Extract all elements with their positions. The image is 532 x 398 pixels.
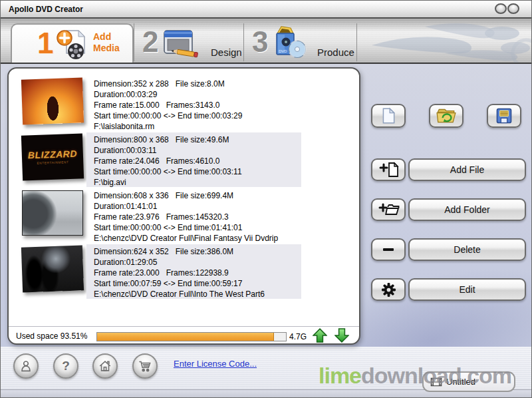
step-number: 3 (252, 26, 267, 58)
flame-decoration-icon (345, 19, 531, 63)
svg-text:DVD: DVD (279, 49, 287, 53)
add-folder-button[interactable]: Add Folder (408, 198, 526, 221)
media-info-line: Frame rate:24.046 Frames:4610.0 (94, 156, 301, 166)
media-file-path: E:\chenzc\DVD Creator Full\Into The West… (94, 289, 301, 299)
help-button[interactable]: ? (53, 353, 78, 379)
thumbnail-logo-subtext: ENTERTAINMENT (37, 160, 68, 164)
media-info-line: Frame rate:23.976 Frames:145320.3 (94, 212, 301, 222)
media-item[interactable]: BLIZZARD ENTERTAINMENT Dimension:800 x 3… (9, 132, 359, 187)
media-info-line: Dimension:624 x 352 File size:386.0M (94, 246, 301, 257)
media-info-line: Start time:00:00:00 <-> End time:00:03:2… (94, 110, 301, 121)
project-name: Untitled (446, 377, 475, 387)
media-item[interactable]: Dimension:352 x 288 File size:8.0M Durat… (9, 77, 359, 131)
add-folder-icon-button[interactable] (371, 198, 406, 221)
thumbnail-logo-text: BLIZZARD (28, 148, 78, 160)
media-info-line: Duration:01:29:05 (94, 257, 301, 268)
step-tab-bar: 1 Add Media 2 (1, 19, 531, 64)
close-button[interactable] (507, 3, 519, 14)
video-thumbnail (21, 77, 84, 124)
enter-license-link[interactable]: Enter License Code... (174, 359, 257, 369)
step-number: 2 (142, 26, 157, 58)
design-icon (162, 29, 202, 59)
plus-folder-icon (376, 201, 401, 218)
used-space-label: Used space 93.51% (16, 331, 87, 341)
add-media-icon (56, 28, 89, 61)
green-down-arrow-icon (334, 328, 349, 343)
minus-icon (383, 248, 394, 251)
media-info-line: Duration:00:03:11 (94, 145, 301, 156)
blank-page-icon (380, 106, 397, 125)
media-item[interactable]: Dimension:624 x 352 File size:386.0M Dur… (9, 244, 359, 299)
cart-icon (138, 359, 152, 373)
gear-icon (381, 282, 396, 298)
media-list-panel: Dimension:352 x 288 File size:8.0M Durat… (7, 67, 360, 345)
green-up-arrow-icon (313, 328, 327, 343)
media-file-path: E:\chenzc\DVD Creator Full\Final Fantasy… (94, 233, 301, 244)
media-file-path: F:\laislabonita.rm (94, 121, 301, 132)
minimize-button[interactable] (495, 3, 507, 14)
video-thumbnail (21, 245, 84, 292)
media-info-line: Start time:00:00:00 <-> End time:00:03:1… (94, 166, 301, 177)
video-thumbnail (22, 190, 83, 236)
media-info-line: Dimension:800 x 368 File size:49.6M (94, 134, 301, 145)
question-icon: ? (62, 359, 70, 373)
user-button[interactable] (13, 353, 39, 379)
person-icon (19, 359, 33, 373)
media-item[interactable]: Dimension:608 x 336 File size:699.4M Dur… (9, 188, 359, 243)
step-number: 1 (37, 27, 52, 59)
media-file-path: F:\big.avi (94, 177, 301, 188)
film-icon (430, 377, 442, 387)
media-info-line: Start time:00:00:00 <-> End time:01:41:0… (94, 222, 301, 233)
home-icon (98, 359, 112, 373)
add-file-icon-button[interactable] (371, 158, 406, 181)
tab-produce-label: Produce (317, 47, 354, 58)
tab-design[interactable]: 2 Design (134, 23, 244, 61)
new-project-button[interactable] (371, 104, 406, 128)
plus-file-icon (376, 161, 400, 178)
tab-design-label: Design (211, 47, 242, 58)
edit-button[interactable]: Edit (408, 278, 526, 301)
folder-refresh-icon (436, 106, 457, 125)
media-info-line: Frame rate:23.000 Frames:122938.9 (94, 268, 301, 278)
app-window: Apollo DVD Creator 1 (0, 0, 532, 398)
tab-add-media[interactable]: 1 Add Media (11, 23, 134, 63)
video-thumbnail: BLIZZARD ENTERTAINMENT (21, 133, 84, 180)
produce-icon: DVD (271, 25, 308, 61)
media-info-line: Duration:00:03:29 (94, 89, 301, 100)
tab-produce[interactable]: 3 DVD Produce (243, 23, 357, 61)
media-info-line: Start time:00:07:59 <-> End time:00:59:1… (94, 278, 301, 289)
move-up-button[interactable] (313, 328, 327, 343)
window-title: Apollo DVD Creator (9, 5, 83, 14)
save-project-button[interactable] (487, 104, 521, 128)
media-info-line: Dimension:608 x 336 File size:699.4M (94, 190, 301, 201)
edit-icon-button[interactable] (371, 278, 406, 301)
buy-button[interactable] (132, 353, 158, 379)
project-status-bubble: Untitled (422, 371, 515, 392)
home-button[interactable] (92, 353, 118, 379)
tab-add-media-label: Add Media (93, 31, 120, 54)
used-space-fill (97, 333, 274, 341)
delete-icon-button[interactable] (371, 238, 406, 261)
media-info-line: Frame rate:15.000 Frames:3143.0 (94, 100, 301, 110)
open-project-button[interactable] (429, 104, 464, 128)
disc-capacity-label: 4.7G (289, 332, 307, 341)
media-info-line: Duration:01:41:01 (94, 201, 301, 212)
used-space-bar (96, 332, 287, 341)
move-down-button[interactable] (334, 328, 349, 343)
floppy-disk-icon (495, 106, 513, 125)
add-file-button[interactable]: Add File (408, 158, 526, 181)
delete-button[interactable]: Delete (408, 238, 526, 261)
title-bar: Apollo DVD Creator (1, 1, 531, 19)
media-info-line: Dimension:352 x 288 File size:8.0M (94, 79, 301, 89)
usage-separator (9, 326, 359, 329)
